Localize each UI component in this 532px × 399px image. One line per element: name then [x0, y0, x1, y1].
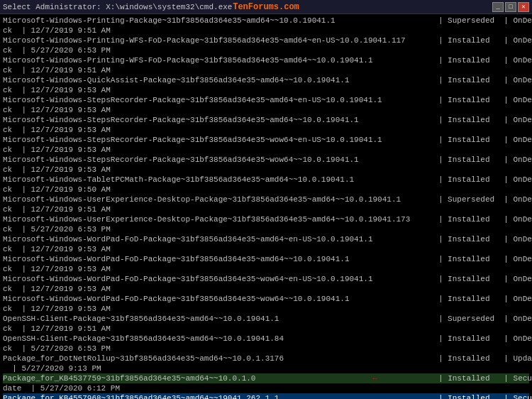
line-13: Microsoft-Windows-StepsRecorder-Package~… [3, 135, 529, 145]
maximize-button[interactable]: □ [505, 2, 516, 12]
line-29: Microsoft-Windows-WordPad-FoD-Package~31… [3, 294, 529, 304]
line-23: Microsoft-Windows-WordPad-FoD-Package~31… [3, 234, 529, 244]
close-button[interactable]: ✕ [518, 2, 529, 12]
line-8: ck | 12/7/2019 9:53 AM [3, 85, 529, 95]
line-9: Microsoft-Windows-StepsRecorder-Package~… [3, 95, 529, 105]
line-4: ck | 5/27/2020 6:53 PM [3, 45, 529, 55]
line-2: ck | 12/7/2019 9:51 AM [3, 26, 529, 35]
line-33: OpenSSH-Client-Package~31bf3856ad364e35~… [3, 334, 529, 344]
line-35: Package_for_DotNetRollup~31bf3856ad364e3… [3, 354, 529, 364]
line-12: ck | 12/7/2019 9:53 AM [3, 125, 529, 135]
window: Select Administrator: X:\windows\system3… [0, 0, 532, 399]
titlebar-brand: TenForums.com [233, 2, 299, 12]
line-24: ck | 12/7/2019 9:53 AM [3, 244, 529, 254]
line-27: Microsoft-Windows-WordPad-FoD-Package~31… [3, 274, 529, 284]
line-7: Microsoft-Windows-QuickAssist-Package~31… [3, 75, 529, 85]
line-31: OpenSSH-Client-Package~31bf3856ad364e35~… [3, 314, 529, 324]
line-19: Microsoft-Windows-UserExperience-Desktop… [3, 195, 529, 204]
line-6: ck | 12/7/2019 9:51 AM [3, 65, 529, 75]
line-30: ck | 12/7/2019 9:53 AM [3, 304, 529, 314]
line-36: | 5/27/2020 9:13 PM [3, 364, 529, 373]
line-21: Microsoft-Windows-UserExperience-Desktop… [3, 214, 529, 224]
line-32: ck | 12/7/2019 9:51 AM [3, 324, 529, 334]
kb4537759-line: Package_for_KB4537759~31bf3856ad364e35~a… [3, 373, 529, 383]
titlebar: Select Administrator: X:\windows\system3… [0, 0, 532, 14]
line-22: ck | 5/27/2020 6:53 PM [3, 224, 529, 234]
terminal-area[interactable]: Microsoft-Windows-Printing-Package~31bf3… [0, 14, 532, 399]
titlebar-title: Select Administrator: X:\windows\system3… [3, 3, 232, 11]
red-arrow: ← [373, 374, 378, 383]
line-26: ck | 12/7/2019 9:53 AM [3, 264, 529, 274]
line-15: Microsoft-Windows-StepsRecorder-Package~… [3, 155, 529, 165]
minimize-button[interactable]: _ [492, 2, 504, 12]
line-11: Microsoft-Windows-StepsRecorder-Package~… [3, 115, 529, 125]
line-34: ck | 5/27/2020 6:53 PM [3, 344, 529, 354]
line-1: Microsoft-Windows-Printing-Package~31bf3… [3, 16, 529, 26]
titlebar-controls: _ □ ✕ [492, 2, 529, 12]
line-5: Microsoft-Windows-Printing-WFS-FoD-Packa… [3, 55, 529, 65]
line-18: ck | 12/7/2019 9:50 AM [3, 185, 529, 195]
line-28: ck | 12/7/2019 9:53 AM [3, 284, 529, 294]
line-10: ck | 12/7/2019 9:53 AM [3, 105, 529, 115]
line-3: Microsoft-Windows-Printing-WFS-FoD-Packa… [3, 35, 529, 45]
line-20: ck | 12/7/2019 9:51 AM [3, 204, 529, 214]
line-17: Microsoft-Windows-TabletPCMath-Package~3… [3, 175, 529, 185]
kb4557968-line: Package_for_KB4557968~31bf3856ad364e35~a… [3, 393, 529, 399]
line-38: date | 5/27/2020 6:12 PM [3, 383, 529, 393]
line-16: ck | 12/7/2019 9:53 AM [3, 165, 529, 175]
line-14: ck | 12/7/2019 9:53 AM [3, 145, 529, 155]
line-25: Microsoft-Windows-WordPad-FoD-Package~31… [3, 254, 529, 264]
